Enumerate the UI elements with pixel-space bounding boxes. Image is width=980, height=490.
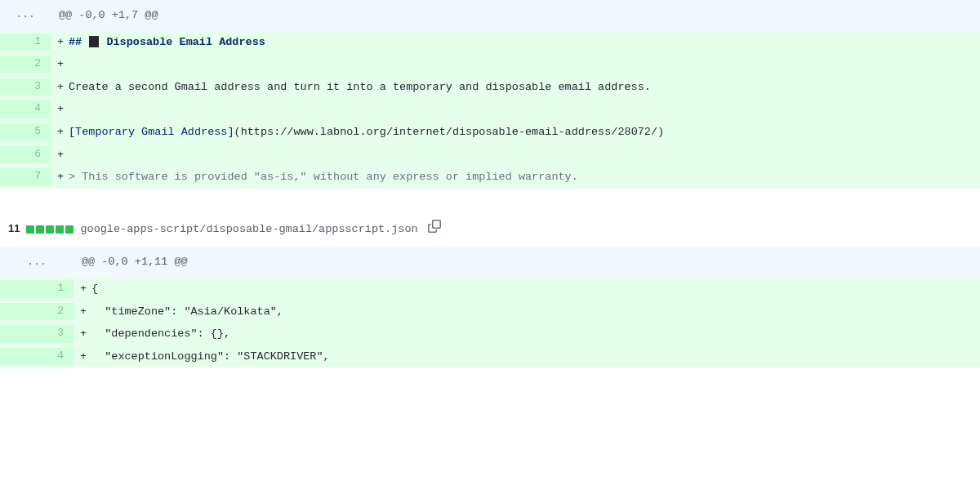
diff-line[interactable]: 7+> This software is provided "as-is," w…: [0, 166, 980, 189]
diff-marker: +: [51, 168, 69, 186]
line-number[interactable]: 4: [0, 348, 74, 366]
line-content: > This software is provided "as-is," wit…: [69, 168, 980, 186]
diff-marker: +: [74, 325, 91, 343]
diffstat-added-block: [65, 225, 74, 234]
line-content: "exceptionLogging": "STACKDRIVER",: [91, 348, 980, 366]
file-header[interactable]: 11 google-apps-script/disposable-gmail/a…: [0, 212, 980, 247]
diff-marker: +: [51, 100, 69, 118]
diff-line[interactable]: 2+: [0, 53, 980, 76]
line-content: [Temporary Gmail Address](https://www.la…: [69, 123, 980, 141]
line-number[interactable]: 6: [0, 146, 51, 164]
file-path[interactable]: google-apps-script/disposable-gmail/apps…: [80, 220, 417, 238]
line-content: {: [91, 280, 980, 298]
diffstat-added-block: [26, 225, 34, 234]
diff-line[interactable]: 4+: [0, 98, 980, 121]
diff-line[interactable]: 2+ "timeZone": "Asia/Kolkata",: [0, 301, 980, 323]
line-number[interactable]: 4: [0, 100, 51, 118]
diffstat-added-block: [36, 225, 44, 234]
diff-line[interactable]: 1+## Disposable Email Address: [0, 31, 980, 54]
line-content: ## Disposable Email Address: [69, 33, 980, 51]
diff-marker: +: [51, 123, 69, 141]
diff-marker: +: [74, 303, 91, 321]
diff-line[interactable]: 3+Create a second Gmail address and turn…: [0, 76, 980, 99]
line-content: [69, 146, 980, 164]
line-content: "dependencies": {},: [91, 325, 980, 343]
line-number[interactable]: 3: [0, 78, 51, 96]
diff-marker: +: [51, 146, 69, 164]
line-number[interactable]: 1: [0, 280, 74, 298]
hunk-header[interactable]: ... @@ -0,0 +1,11 @@: [0, 247, 980, 278]
line-content: "timeZone": "Asia/Kolkata",: [91, 303, 980, 321]
diff-marker: +: [51, 78, 69, 96]
line-number[interactable]: 5: [0, 123, 51, 141]
diff-line[interactable]: 5+[Temporary Gmail Address](https://www.…: [0, 121, 980, 144]
diff-line[interactable]: 1+{: [0, 278, 980, 301]
line-number[interactable]: 2: [0, 303, 74, 321]
emoji-glyph: [89, 36, 99, 47]
diff-file-1: ... @@ -0,0 +1,7 @@ 1+## Disposable Emai…: [0, 0, 980, 189]
diffstat-added-block: [46, 225, 54, 234]
hunk-ellipsis: ...: [0, 7, 51, 24]
diffstat-added-block: [56, 225, 64, 234]
hunk-range: @@ -0,0 +1,11 @@: [74, 253, 188, 271]
diff-marker: +: [51, 56, 69, 74]
diff-marker: +: [51, 33, 69, 51]
line-content: Create a second Gmail address and turn i…: [69, 78, 980, 96]
line-content: [69, 56, 980, 74]
hunk-header[interactable]: ... @@ -0,0 +1,7 @@: [0, 0, 980, 31]
line-number[interactable]: 1: [0, 33, 51, 51]
diff-file-2: ... @@ -0,0 +1,11 @@ 1+{2+ "timeZone": "…: [0, 247, 980, 368]
diff-line[interactable]: 6+: [0, 144, 980, 167]
change-count: 11: [8, 220, 20, 238]
diff-marker: +: [74, 280, 91, 298]
file-gap: [0, 189, 980, 212]
diff-marker: +: [74, 348, 91, 366]
line-content: [69, 100, 980, 118]
diffstat: [26, 225, 74, 234]
line-number[interactable]: 7: [0, 168, 51, 186]
copy-path-icon[interactable]: [428, 220, 441, 239]
hunk-ellipsis: ...: [0, 253, 74, 271]
line-number[interactable]: 3: [0, 325, 74, 343]
diff-line[interactable]: 3+ "dependencies": {},: [0, 323, 980, 345]
line-number[interactable]: 2: [0, 56, 51, 74]
hunk-range: @@ -0,0 +1,7 @@: [51, 7, 158, 24]
diff-line[interactable]: 4+ "exceptionLogging": "STACKDRIVER",: [0, 345, 980, 368]
